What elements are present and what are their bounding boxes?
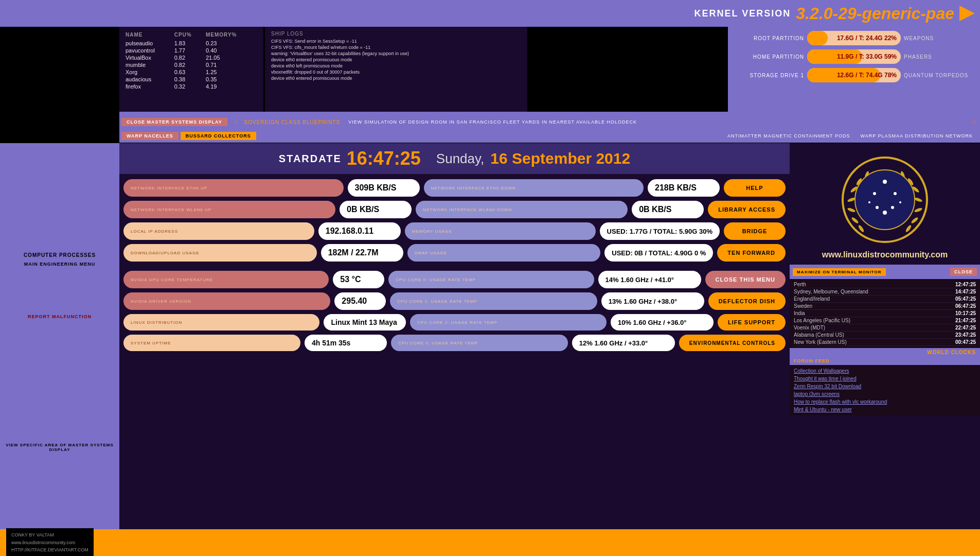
wlan0-down-val: 0B KB/S	[639, 205, 671, 214]
root-label: ROOT PARTITION	[732, 36, 804, 41]
deflector-btn[interactable]: DEFLECTOR DISH	[708, 292, 786, 310]
wlan0-up-box: NETWORK INTERFACE WLAN0 UP	[123, 201, 335, 218]
warp-btn[interactable]: WARP NACELLES	[121, 132, 179, 140]
table-row: VirtualBox0.8221.05	[126, 54, 257, 61]
eth0-down-box: NETWORK INTERFACE ETH0 DOWN	[424, 179, 644, 197]
wlan0-down-box: NETWORK INTERFACE WLAN0 DOWN	[416, 201, 628, 218]
kernel-label: KERNEL VERSION	[694, 8, 791, 19]
close-menu-btn[interactable]: CLOSE THIS MENU	[705, 271, 786, 288]
svg-point-16	[883, 180, 887, 184]
gpu-temp-val-box: 53 °C	[333, 271, 384, 288]
process-section: NAME CPU% MEMORY% pulseaudio1.830.23pavu…	[119, 27, 263, 112]
maximize-monitor-btn[interactable]: MAXIMIZE ON TERMINAL MONITOR	[793, 268, 886, 276]
process-name: mumble	[126, 61, 174, 68]
distro-box: LINUX DISTRIBUTION	[123, 314, 319, 331]
core2-val-box: 10% 1.60 GHz / +36.0°	[611, 314, 714, 331]
nav-bar: WARP NACELLES BUSSARD COLLECTORS ANTIMAT…	[119, 129, 980, 143]
shiplogs-title: SHIP LOGS	[271, 31, 521, 37]
wlan0-up-val: 0B KB/S	[347, 205, 379, 214]
core1-box: CPU CORE 1: USAGE RATE TEMP	[390, 292, 597, 310]
gpu-temp-box: NVIDIA GPU CORE TEMPERATURE	[123, 271, 329, 288]
swap-label: SWAP USAGE	[415, 251, 447, 255]
clock-time: 22:47:25	[955, 325, 976, 331]
col-cpu: CPU%	[174, 31, 206, 40]
wc-close-btn[interactable]: CLOSE	[950, 268, 977, 276]
ten-forward-btn[interactable]: TEN FORWARD	[717, 244, 786, 262]
antimatter-label: ANTIMATTER MAGNETIC CONTAINMENT PODS	[727, 133, 850, 138]
memory-val-box: USED: 1.77G / TOTAL: 5.90G 30%	[600, 222, 720, 240]
forum-item[interactable]: laptop i3vm screens	[794, 390, 976, 398]
shiplogs-content: CIFS VFS: Send error in SessSetup = -11C…	[271, 39, 521, 81]
swap-val: USED: 0B / TOTAL: 4.90G 0 %	[612, 249, 706, 257]
process-name: Xorg	[126, 68, 174, 76]
stardate-date: 16 September 2012	[490, 150, 630, 167]
help-btn[interactable]: HELP	[724, 179, 786, 197]
home-partition-row: HOME PARTITION 11.9G / T: 33.0G 59% PHAS…	[732, 49, 976, 64]
download-box: DOWNLOAD/UPLOAD USAGE	[123, 244, 317, 262]
bridge-btn[interactable]: BRIDGE	[724, 222, 786, 240]
table-row: firefox0.324.19	[126, 83, 257, 90]
row3: LOCAL IP ADDRESS 192.168.0.11 MEMORY USA…	[123, 222, 786, 240]
row6: NVIDIA DRIVER VERSION 295.40 CPU CORE 1:…	[123, 292, 786, 310]
core0-val-box: 14% 1.60 GHz / +41.0°	[598, 271, 701, 288]
bussard-btn[interactable]: BUSSARD COLLECTORS	[181, 132, 256, 140]
svg-point-8	[914, 197, 922, 202]
conky-info: CONKY BY VALTAM www.linuxdistrocommunity…	[6, 528, 94, 556]
clock-city: Sweden	[794, 303, 812, 309]
local-ip-label: LOCAL IP ADDRESS	[131, 229, 178, 234]
clock-time: 00:47:25	[955, 339, 976, 345]
clock-time: 23:47:25	[955, 332, 976, 338]
core0-label: CPU CORE 0: USAGE RATE TEMP	[396, 277, 476, 282]
wlan0-up-val-box: 0B KB/S	[340, 201, 412, 218]
storage-side: QUANTUM TORPEDOS	[904, 73, 976, 78]
main-metrics: NETWORK INTERFACE ETH0 UP 309B KB/S NETW…	[119, 174, 790, 529]
memory-val: USED: 1.77G / TOTAL: 5.90G 30%	[607, 228, 712, 235]
clock-city: India	[794, 310, 805, 316]
wlan0-up-label: NETWORK INTERFACE WLAN0 UP	[131, 207, 211, 212]
eth0-up-label: NETWORK INTERFACE ETH0 UP	[131, 186, 207, 190]
forum-item[interactable]: Zerin Respin 32 bit Download	[794, 383, 976, 390]
clock-city: Voenix (MDT)	[794, 325, 825, 331]
local-ip-box: LOCAL IP ADDRESS	[123, 222, 314, 240]
root-bar-fill	[807, 31, 828, 45]
top-bar: KERNEL VERSION 3.2.0-29-generic-pae	[0, 0, 980, 27]
uptime-val: 4h 51m 35s	[312, 339, 351, 347]
row1: NETWORK INTERFACE ETH0 UP 309B KB/S NETW…	[123, 179, 786, 197]
close-master-btn[interactable]: CLOSE MASTER SYSTEMS DISPLAY	[121, 118, 227, 126]
process-mem: 0.71	[206, 61, 257, 68]
world-clock-row: Sydney, Melbourne, Queensland14:47:25	[794, 288, 976, 296]
environmental-btn[interactable]: ENVIRONMENTAL CONTROLS	[679, 335, 786, 351]
uptime-box: SYSTEM UPTIME	[123, 335, 300, 351]
gpu-temp-label: NVIDIA GPU CORE TEMPERATURE	[131, 277, 213, 282]
row2: NETWORK INTERFACE WLAN0 UP 0B KB/S NETWO…	[123, 201, 786, 218]
eth0-down-label: NETWORK INTERFACE ETH0 DOWN	[431, 186, 516, 190]
process-mem: 0.40	[206, 47, 257, 54]
download-val: 182M / 22.7M	[328, 248, 379, 257]
forum-item[interactable]: Collection of Wallpapers	[794, 367, 976, 375]
swap-box: SWAP USAGE	[407, 244, 601, 262]
svg-point-20	[891, 206, 894, 209]
conky-url2: HTTP://KITFACE.DEVIANTART.COM	[11, 546, 88, 553]
core3-label: CPU CORE 3: USAGE RATE TEMP	[398, 341, 478, 345]
wc-top-bar: MAXIMIZE ON TERMINAL MONITOR CLOSE	[790, 265, 980, 279]
forum-item[interactable]: Mint & Ubuntu - new user	[794, 406, 976, 413]
svg-point-22	[868, 201, 870, 203]
site-url: www.linuxdistrocommunity.com	[822, 250, 948, 259]
library-btn[interactable]: LIBRARY ACCESS	[708, 201, 786, 218]
table-row: pavucontrol1.770.40	[126, 47, 257, 54]
log-entry: device eth0 entered promiscuous mode	[271, 57, 521, 62]
process-name: firefox	[126, 83, 174, 90]
bottom-bar: CONKY BY VALTAM www.linuxdistrocommunity…	[0, 529, 980, 556]
log-entry: device eth0 entered promiscuous mode	[271, 76, 521, 81]
life-support-btn[interactable]: LIFE SUPPORT	[718, 314, 786, 331]
row5: NVIDIA GPU CORE TEMPERATURE 53 °C CPU CO…	[123, 271, 786, 288]
process-mem: 4.19	[206, 83, 257, 90]
conky-by: CONKY BY VALTAM	[11, 531, 88, 538]
home-label: HOME PARTITION	[732, 54, 804, 60]
forum-item[interactable]: Thought it was time I joined	[794, 375, 976, 383]
core0-val: 14% 1.60 GHz / +41.0°	[605, 276, 674, 284]
forum-item[interactable]: How to replace flash with vlc workaround	[794, 398, 976, 406]
core1-val: 13% 1.60 GHz / +38.0°	[609, 298, 677, 305]
process-mem: 21.05	[206, 54, 257, 61]
svg-point-17	[873, 192, 876, 195]
